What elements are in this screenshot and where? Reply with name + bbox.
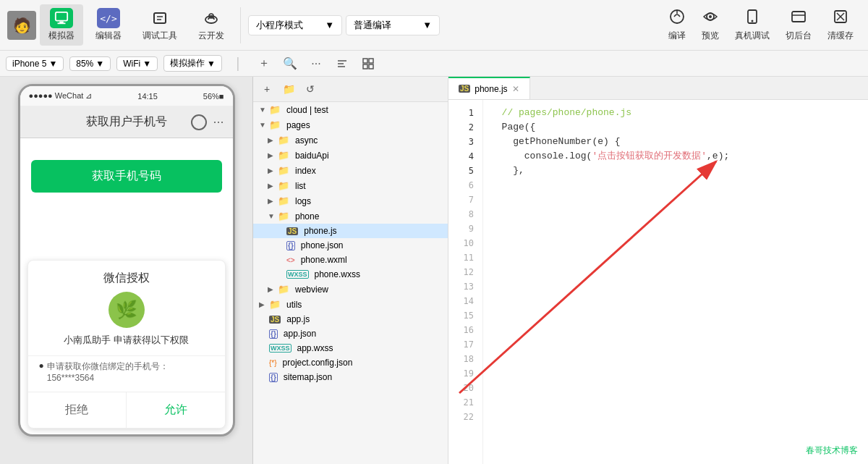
toolbar-divider-1 <box>240 7 241 43</box>
editor-tabs: JS phone.js ✕ <box>448 77 868 100</box>
tree-item-label: index <box>295 166 316 176</box>
simop-selector[interactable]: 模拟操作 ▼ <box>163 55 222 72</box>
tree-item-phone_wxml[interactable]: <>phone.wxml <box>253 253 448 267</box>
code-area: 12345678910111213141516171819202122 // p… <box>448 100 868 464</box>
simulator-icon <box>50 8 73 28</box>
backend-btn[interactable]: 切后台 <box>778 5 819 46</box>
tree-item-cloud[interactable]: ▼📁cloud | test <box>253 102 448 117</box>
separator-bar: | <box>228 54 248 74</box>
line-number-7: 7 <box>448 193 482 207</box>
watermark: 春哥技术博客 <box>801 443 862 458</box>
code-line-7 <box>490 193 868 207</box>
tree-item-app_json[interactable]: {}app.json <box>253 326 448 341</box>
tree-item-sitemap[interactable]: {}sitemap.json <box>253 370 448 384</box>
mode-selector[interactable]: 小程序模式 ▼ <box>248 15 342 35</box>
device-label: iPhone 5 <box>12 59 46 69</box>
new-file-btn[interactable]: + <box>259 81 275 97</box>
svg-rect-0 <box>56 12 67 21</box>
phone-frame: ●●●●● WeChat ⊿ 14:15 56%■ 获取用户手机号 ··· 获取… <box>18 84 235 436</box>
zoom-label: 85% <box>76 59 93 69</box>
more-btn[interactable]: ··· <box>306 54 326 74</box>
compiler-dropdown-icon: ▼ <box>422 20 432 30</box>
format-btn[interactable] <box>332 54 352 74</box>
simulator-btn[interactable]: 模拟器 <box>40 4 83 46</box>
folder-icon: 📁 <box>269 119 281 130</box>
line-number-15: 15 <box>448 308 482 323</box>
code-content[interactable]: // pages/phone/phone.js Page({ getPhoneN… <box>483 100 868 464</box>
realtest-btn[interactable]: 真机调试 <box>728 5 777 46</box>
tree-item-phone_json[interactable]: {}phone.json <box>253 238 448 253</box>
new-folder-btn[interactable]: 📁 <box>281 81 297 97</box>
cloud-icon <box>200 8 223 28</box>
tree-item-baiduApi[interactable]: ▶📁baiduApi <box>253 148 448 163</box>
line-number-6: 6 <box>448 178 482 193</box>
auth-dialog: 微信授权 🌿 小南瓜助手 申请获得以下权限 ● 申请获取你微信绑定的手机号：15… <box>27 260 226 429</box>
preview-label: 预览 <box>702 30 719 42</box>
tree-item-phone_wxss[interactable]: WXSSphone.wxss <box>253 267 448 282</box>
tree-item-label: baiduApi <box>295 151 329 161</box>
reject-btn[interactable]: 拒绝 <box>28 392 127 428</box>
code-line-1: // pages/phone/phone.js <box>490 106 868 120</box>
tree-item-async[interactable]: ▶📁async <box>253 132 448 148</box>
tree-arrow: ▼ <box>259 121 266 129</box>
layout-btn[interactable] <box>358 54 378 74</box>
tree-item-app_js[interactable]: JSapp.js <box>253 312 448 326</box>
tree-item-label: phone.wxml <box>301 255 347 265</box>
preview-btn[interactable]: 预览 <box>694 5 726 46</box>
debug-icon <box>148 8 171 28</box>
tree-item-index[interactable]: ▶📁index <box>253 163 448 178</box>
avatar[interactable]: 🧑 <box>7 11 36 40</box>
device-selector[interactable]: iPhone 5 ▼ <box>6 56 64 71</box>
line-number-10: 10 <box>448 236 482 250</box>
svg-rect-14 <box>792 12 805 22</box>
status-right: 56%■ <box>203 92 224 101</box>
tree-item-list[interactable]: ▶📁list <box>253 178 448 193</box>
refresh-btn[interactable]: ↺ <box>302 81 318 97</box>
tree-item-phone[interactable]: ▼📁phone <box>253 208 448 224</box>
code-line-18 <box>490 352 868 366</box>
get-phone-btn[interactable]: 获取手机号码 <box>31 160 222 193</box>
xml-icon: <> <box>286 256 295 264</box>
tree-item-pages[interactable]: ▼📁pages <box>253 117 448 132</box>
auth-title: 微信授权 <box>28 261 225 292</box>
clear-btn[interactable]: 清缓存 <box>820 5 861 46</box>
line-number-13: 13 <box>448 279 482 294</box>
network-selector[interactable]: WiFi ▼ <box>116 56 158 71</box>
code-line-9 <box>490 222 868 236</box>
code-line-8 <box>490 207 868 222</box>
search-btn[interactable]: 🔍 <box>280 54 300 74</box>
tree-item-app_wxss[interactable]: WXSSapp.wxss <box>253 341 448 355</box>
svg-point-13 <box>752 20 754 22</box>
debug-btn[interactable]: 调试工具 <box>134 4 186 46</box>
tree-arrow: ▶ <box>259 300 266 308</box>
code-line-17 <box>490 337 868 352</box>
backend-icon <box>791 9 807 28</box>
tree-item-label: utils <box>286 300 302 310</box>
compiler-selector[interactable]: 普通编译 ▼ <box>346 15 440 35</box>
allow-btn[interactable]: 允许 <box>127 392 225 428</box>
toolbar-right: 编译 预览 真机调试 切后台 清缓存 <box>661 5 861 46</box>
tree-item-phone_js[interactable]: JSphone.js <box>253 224 448 238</box>
folder-icon: 📁 <box>278 211 289 222</box>
svg-rect-25 <box>369 64 373 69</box>
editor-label: 编辑器 <box>95 30 122 42</box>
tree-item-webview[interactable]: ▶📁webview <box>253 282 448 297</box>
tree-item-label: phone.wxss <box>315 269 360 279</box>
tab-phone-js[interactable]: JS phone.js ✕ <box>448 77 530 99</box>
tab-close-btn[interactable]: ✕ <box>512 84 519 94</box>
svg-point-11 <box>709 15 712 18</box>
cloud-btn[interactable]: 云开发 <box>190 4 233 46</box>
realtest-label: 真机调试 <box>735 30 770 42</box>
tree-item-logs[interactable]: ▶📁logs <box>253 193 448 208</box>
tree-arrow: ▶ <box>268 182 275 190</box>
line-number-3: 3 <box>448 135 482 149</box>
editor-btn[interactable]: </> 编辑器 <box>87 4 130 46</box>
svg-rect-22 <box>363 59 367 63</box>
tree-arrow: ▶ <box>268 197 275 205</box>
compile-btn[interactable]: 编译 <box>661 5 693 46</box>
add-file-btn[interactable]: ＋ <box>254 54 274 74</box>
zoom-selector[interactable]: 85% ▼ <box>69 56 111 71</box>
line-number-21: 21 <box>448 395 482 410</box>
tree-item-utils[interactable]: ▶📁utils <box>253 297 448 312</box>
tree-item-project_config[interactable]: {*}project.config.json <box>253 355 448 370</box>
